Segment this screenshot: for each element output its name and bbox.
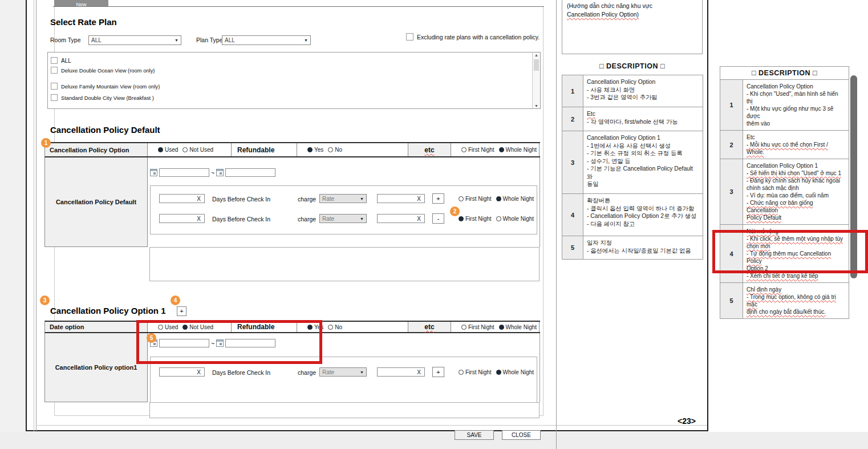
policy-default-body-row: Cancellation Policy Default ~ X Days Bef…: [44, 157, 540, 247]
radio-option[interactable]: Whole Night: [496, 369, 534, 375]
rate-select[interactable]: Rate▼: [319, 367, 367, 377]
charge-amount-input[interactable]: X: [377, 367, 425, 377]
rate-plan-checkbox[interactable]: [51, 57, 58, 64]
add-row-button[interactable]: +: [432, 367, 444, 377]
radio-label: First Night: [468, 147, 494, 153]
close-button[interactable]: CLOSE: [502, 430, 541, 440]
section-title-select-rate-plan: Select Rate Plan: [50, 17, 117, 27]
start-date-input[interactable]: [159, 168, 209, 177]
radio-option[interactable]: Yes: [307, 147, 323, 153]
radio-option[interactable]: Whole Night: [499, 324, 537, 330]
rate-plan-item[interactable]: Standard Double City View (Breakfast ): [51, 94, 540, 101]
page-number: <23>: [678, 416, 707, 426]
rate-plan-item[interactable]: Deluxe Family Mountain View (room only): [51, 83, 540, 90]
plan-type-label: Plan Type: [196, 37, 223, 43]
description-line: - Ví dụ: mùa cao điểm, cuối năm: [747, 192, 845, 199]
radio-label: Whole Night: [506, 324, 537, 330]
calendar-icon[interactable]: [150, 169, 157, 176]
rate-plan-item[interactable]: ALL: [51, 57, 540, 64]
radio-icon[interactable]: [459, 216, 464, 221]
rate-plan-checkbox[interactable]: [51, 83, 58, 90]
radio-option[interactable]: First Night: [461, 147, 494, 153]
radio-icon[interactable]: [461, 147, 467, 152]
description-row-number: 5: [720, 283, 743, 318]
rate-plan-label: Standard Double City View (Breakfast ): [61, 95, 154, 101]
scrollbar-thumb[interactable]: [534, 59, 539, 71]
radio-option[interactable]: First Night: [459, 196, 492, 202]
rate-select[interactable]: Rate▼: [319, 194, 367, 203]
radio-icon[interactable]: [499, 325, 504, 330]
radio-option[interactable]: Used: [158, 147, 178, 153]
radio-option[interactable]: No: [328, 324, 342, 330]
radio-option[interactable]: First Night: [459, 369, 492, 375]
radio-icon[interactable]: [459, 196, 464, 201]
tab-new[interactable]: New: [54, 0, 108, 6]
charge-rules-box: X Days Before Check In charge Rate▼ X + …: [150, 185, 537, 234]
days-count-input[interactable]: X: [159, 194, 205, 203]
expand-option-button[interactable]: +: [177, 306, 186, 316]
badge-3: 3: [40, 296, 50, 305]
room-type-select[interactable]: ALL▼: [88, 35, 181, 45]
scroll-down-icon[interactable]: ▼: [533, 104, 540, 108]
description-line: Cancellation Policy Option 1: [587, 134, 699, 142]
save-button[interactable]: SAVE: [455, 430, 494, 440]
rate-select[interactable]: Rate▼: [319, 214, 367, 223]
days-count-input[interactable]: X: [159, 367, 205, 377]
left-margin: [0, 0, 26, 449]
radio-icon[interactable]: [496, 370, 501, 375]
excluding-checkbox[interactable]: [406, 33, 413, 41]
bottom-margin: [0, 432, 868, 449]
description-row-number: 1: [562, 75, 583, 107]
rate-plan-checkbox[interactable]: [51, 94, 58, 101]
radio-icon[interactable]: [182, 147, 188, 152]
rate-plan-checkbox[interactable]: [51, 67, 58, 74]
radio-option[interactable]: No: [328, 147, 342, 153]
radio-label: Whole Night: [503, 216, 534, 222]
rate-plan-listbox[interactable]: ALLDeluxe Double Ocean View (room only)D…: [47, 52, 541, 109]
radio-icon[interactable]: [328, 325, 333, 330]
radio-icon[interactable]: [459, 370, 464, 375]
panel-divider: [556, 0, 557, 449]
yes-no-radio-group: YesNo: [297, 143, 408, 156]
scroll-up-icon[interactable]: ▲: [533, 53, 540, 57]
calendar-icon[interactable]: [216, 169, 224, 176]
radio-option[interactable]: Whole Night: [499, 147, 537, 153]
radio-option[interactable]: First Night: [459, 216, 492, 222]
extra-area-box: [149, 402, 540, 418]
days-count-input[interactable]: X: [159, 214, 205, 223]
description-line: Chỉ định ngày: [747, 286, 845, 293]
description-line: - Chức năng cơ bản giống Cancellation: [747, 199, 845, 214]
badge-2: 2: [450, 207, 460, 216]
description-row-number: 4: [562, 194, 583, 236]
radio-icon[interactable]: [328, 147, 333, 152]
add-row-button[interactable]: +: [432, 193, 444, 204]
radio-option[interactable]: Not Used: [182, 147, 213, 153]
remove-row-button[interactable]: -: [432, 213, 444, 224]
radio-option[interactable]: Whole Night: [496, 196, 534, 202]
radio-icon[interactable]: [499, 147, 504, 152]
description-line: Cancellation Policy Option: [587, 78, 699, 86]
radio-option[interactable]: Whole Night: [496, 216, 534, 222]
charge-amount-input[interactable]: X: [377, 194, 425, 203]
radio-icon[interactable]: [307, 147, 313, 152]
description-line: định cho ngày bắt đầu/kết thúc.: [747, 308, 845, 315]
rate-plan-item[interactable]: Deluxe Double Ocean View (room only): [51, 67, 540, 74]
page: New Select Rate Plan Room Type ALL▼ Plan…: [0, 0, 868, 449]
night-radio-group: First NightWhole Night: [451, 143, 540, 156]
listbox-scrollbar[interactable]: ▲ ▼: [532, 52, 540, 108]
chevron-down-icon: ▼: [360, 217, 364, 221]
charge-amount-input[interactable]: X: [377, 214, 425, 223]
description-line: - 성수기, 연말 등: [587, 157, 699, 165]
description-line: - 기본 취소 규정 외의 취소 규정 등록: [587, 149, 699, 157]
description-row: 4확장버튼- 클릭시 옵션 입력 영역이 하나 더 증가함- Cancellat…: [562, 194, 703, 236]
radio-icon[interactable]: [496, 196, 501, 201]
radio-option[interactable]: First Night: [461, 324, 494, 330]
end-date-input[interactable]: [225, 168, 275, 177]
description-line: - Sẽ hiển thị khi chọn "Used" ở mục 1: [747, 169, 845, 177]
radio-icon[interactable]: [461, 325, 467, 330]
radio-icon[interactable]: [496, 216, 501, 221]
row-label-policy-option1: Cancellation Policy option1: [45, 333, 148, 402]
radio-icon[interactable]: [158, 147, 163, 152]
plan-type-select[interactable]: ALL▼: [222, 35, 311, 45]
description-line: - 옵션에서는 시작일/종료일 기본값 없음: [587, 247, 699, 255]
